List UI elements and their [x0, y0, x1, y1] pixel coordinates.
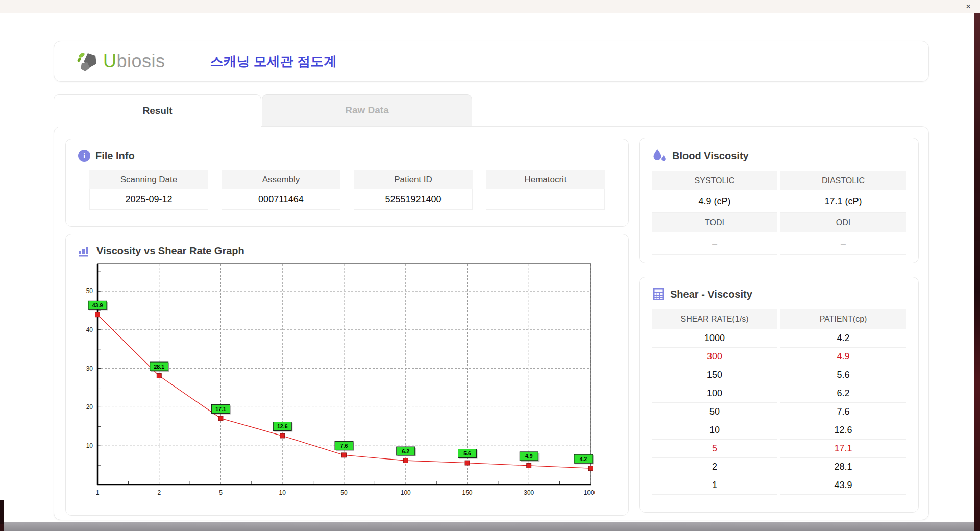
- svg-text:100: 100: [401, 489, 411, 496]
- blood-viscosity-label: SYSTOLIC: [652, 171, 777, 190]
- file-info-field-label: Hematocrit: [486, 170, 605, 189]
- blood-viscosity-panel: Blood Viscosity SYSTOLICDIASTOLIC4.9 (cP…: [639, 138, 919, 263]
- table-row: 3004.9: [652, 348, 906, 366]
- blood-viscosity-label: TODI: [652, 213, 777, 232]
- file-info-panel: i File Info Scanning Date2025-09-12Assem…: [65, 139, 629, 227]
- svg-text:43.9: 43.9: [92, 302, 103, 308]
- header-card: Ubiosis 스캐닝 모세관 점도계: [54, 41, 929, 82]
- shear-viscosity-table: SHEAR RATE(1/s)PATIENT(cp)10004.23004.91…: [652, 309, 906, 495]
- window-edge: [0, 500, 4, 524]
- patient-cell: 6.2: [780, 384, 906, 403]
- patient-cell: 28.1: [780, 458, 906, 476]
- svg-text:20: 20: [86, 403, 93, 411]
- app-title: 스캐닝 모세관 점도계: [210, 53, 337, 70]
- patient-cell: 4.2: [780, 329, 906, 348]
- table-row: 1012.6: [652, 421, 906, 440]
- svg-text:17.1: 17.1: [215, 406, 226, 412]
- svg-text:10: 10: [86, 442, 93, 449]
- file-info-field: Assembly000711464: [222, 170, 340, 210]
- patient-cell: 5.6: [780, 366, 906, 384]
- ubiosis-logo-mark: [77, 50, 100, 73]
- file-info-field: Scanning Date2025-09-12: [89, 170, 208, 210]
- svg-text:1000: 1000: [584, 489, 595, 496]
- shear-rate-cell: 2: [652, 458, 777, 476]
- patient-cell: 4.9: [780, 348, 906, 366]
- logo-text: Ubiosis: [103, 51, 165, 72]
- taskbar-edge: [4, 522, 974, 531]
- file-info-fields: Scanning Date2025-09-12Assembly000711464…: [78, 170, 616, 210]
- blood-viscosity-label: DIASTOLIC: [780, 171, 906, 190]
- file-info-field: Patient ID52551921400: [354, 170, 473, 210]
- svg-text:40: 40: [86, 326, 93, 333]
- patient-cell: 12.6: [780, 421, 906, 440]
- table-row: 10004.2: [652, 329, 906, 348]
- svg-text:30: 30: [86, 365, 93, 372]
- logo-text-rest: biosis: [117, 51, 165, 71]
- tab-result[interactable]: Result: [54, 94, 261, 127]
- table-row: 1505.6: [652, 366, 906, 384]
- table-row: 507.6: [652, 403, 906, 421]
- blood-viscosity-value: 17.1 (cP): [780, 190, 906, 213]
- shear-rate-cell: 100: [652, 384, 777, 403]
- svg-text:7.6: 7.6: [340, 443, 348, 449]
- table-row: 517.1: [652, 440, 906, 458]
- svg-text:28.1: 28.1: [154, 364, 165, 370]
- blood-viscosity-grid: SYSTOLICDIASTOLIC4.9 (cP)17.1 (cP)TODIOD…: [652, 171, 906, 255]
- svg-text:4.2: 4.2: [580, 456, 587, 462]
- patient-cell: 7.6: [780, 403, 906, 421]
- shear-rate-cell: 50: [652, 403, 777, 421]
- svg-text:2: 2: [157, 489, 161, 496]
- shear-viscosity-header-row: SHEAR RATE(1/s)PATIENT(cp): [652, 309, 906, 329]
- shear-rate-cell: 1000: [652, 329, 777, 348]
- ubiosis-logo: Ubiosis: [77, 50, 165, 73]
- blood-viscosity-label: ODI: [780, 213, 906, 232]
- shear-viscosity-panel: Shear - Viscosity SHEAR RATE(1/s)PATIENT…: [639, 277, 919, 513]
- file-info-field-label: Patient ID: [354, 170, 473, 189]
- titlebar: ×: [0, 0, 980, 13]
- svg-text:150: 150: [462, 489, 472, 496]
- logo-letter-u: U: [103, 51, 117, 71]
- svg-text:50: 50: [340, 489, 348, 496]
- file-info-field-value: 2025-09-12: [89, 189, 208, 210]
- file-info-field-label: Assembly: [222, 170, 340, 189]
- file-info-field-value: [486, 189, 605, 210]
- result-content-card: i File Info Scanning Date2025-09-12Assem…: [54, 126, 929, 520]
- shear-viscosity-title: Shear - Viscosity: [670, 288, 752, 300]
- blood-viscosity-value: –: [780, 232, 906, 255]
- viscosity-chart: 10203040501251050100150300100043.928.117…: [79, 261, 616, 503]
- patient-cell: 43.9: [780, 476, 906, 495]
- graph-title: Viscosity vs Shear Rate Graph: [96, 245, 244, 257]
- shear-rate-cell: 300: [652, 348, 777, 366]
- svg-text:6.2: 6.2: [402, 448, 409, 454]
- column-header: SHEAR RATE(1/s): [652, 309, 777, 329]
- table-row: 143.9: [652, 476, 906, 495]
- shear-rate-cell: 10: [652, 421, 777, 440]
- shear-rate-cell: 5: [652, 440, 777, 458]
- patient-cell: 17.1: [780, 440, 906, 458]
- table-row: 228.1: [652, 458, 906, 476]
- blood-viscosity-value: 4.9 (cP): [652, 190, 777, 213]
- info-icon: i: [78, 150, 90, 162]
- blood-viscosity-title: Blood Viscosity: [672, 150, 749, 162]
- bar-chart-icon: [78, 245, 91, 257]
- app-window: Ubiosis 스캐닝 모세관 점도계 Result Raw Data i Fi…: [0, 13, 974, 522]
- column-header: PATIENT(cp): [780, 309, 906, 329]
- calculator-icon: [652, 287, 665, 301]
- svg-text:5.6: 5.6: [463, 450, 471, 456]
- close-icon[interactable]: ×: [963, 1, 974, 12]
- viscosity-graph-panel: Viscosity vs Shear Rate Graph 1020304050…: [65, 234, 629, 516]
- file-info-field-value: 52551921400: [354, 189, 473, 210]
- shear-rate-cell: 150: [652, 366, 777, 384]
- file-info-title: File Info: [95, 150, 135, 162]
- svg-text:50: 50: [86, 287, 93, 295]
- svg-text:10: 10: [279, 489, 286, 496]
- svg-text:12.6: 12.6: [277, 423, 288, 429]
- file-info-field-label: Scanning Date: [89, 170, 208, 189]
- file-info-field: Hematocrit: [486, 170, 605, 210]
- shear-rate-cell: 1: [652, 476, 777, 495]
- tab-raw-data[interactable]: Raw Data: [262, 94, 472, 126]
- svg-text:1: 1: [96, 489, 100, 496]
- file-info-field-value: 000711464: [222, 189, 340, 210]
- water-drops-icon: [652, 149, 667, 163]
- blood-viscosity-value: –: [652, 232, 777, 255]
